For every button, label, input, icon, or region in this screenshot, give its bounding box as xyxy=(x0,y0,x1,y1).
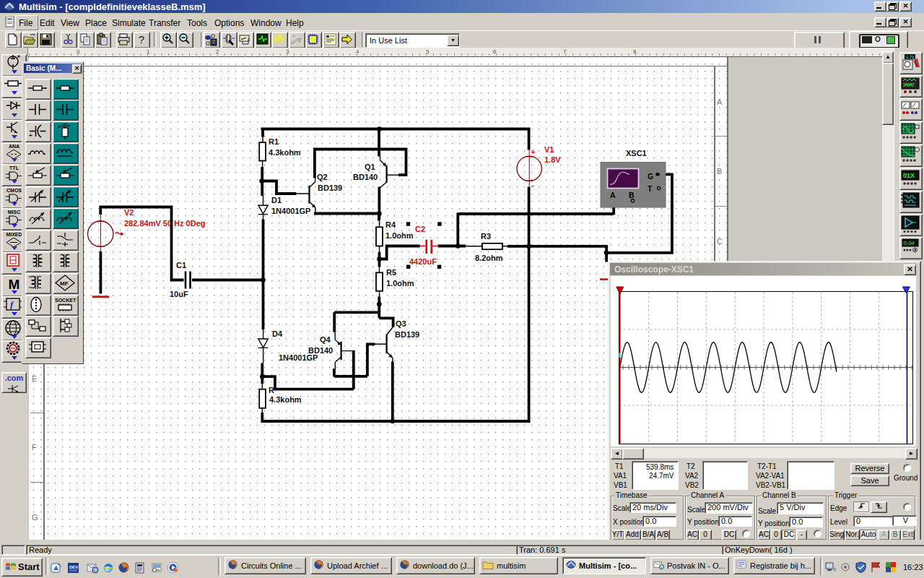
svg-text:1.71: 1.71 xyxy=(906,55,915,59)
svg-text:1N4001GP: 1N4001GP xyxy=(271,207,310,215)
svg-text:Q1: Q1 xyxy=(365,163,375,171)
svg-text:Q4: Q4 xyxy=(320,335,331,344)
svg-text:B: B xyxy=(629,191,635,199)
svg-text:G: G xyxy=(648,172,653,181)
svg-text:SOCKETS: SOCKETS xyxy=(55,298,77,303)
svg-text:4420uF: 4420uF xyxy=(409,257,437,266)
svg-text:4.3kohm: 4.3kohm xyxy=(269,395,302,404)
svg-text:V1: V1 xyxy=(544,145,554,154)
svg-text:R3: R3 xyxy=(481,232,491,241)
svg-text:8.2ohm: 8.2ohm xyxy=(475,254,503,262)
svg-text:f: f xyxy=(10,299,14,310)
svg-text:R1: R1 xyxy=(269,137,279,146)
svg-text:1.8V: 1.8V xyxy=(544,155,561,164)
svg-text:Q2: Q2 xyxy=(317,173,328,181)
svg-text:R: R xyxy=(269,386,274,394)
svg-text:D1: D1 xyxy=(271,196,282,204)
svg-text:DEV: DEV xyxy=(69,565,78,569)
svg-text:BD139: BD139 xyxy=(395,330,419,339)
svg-text:BD139: BD139 xyxy=(318,184,342,192)
svg-text:4.3kohm: 4.3kohm xyxy=(269,148,301,157)
svg-text:1.0ohm: 1.0ohm xyxy=(386,279,414,288)
svg-text:+: + xyxy=(29,132,32,139)
svg-text:R5: R5 xyxy=(386,268,396,277)
svg-text:BD140: BD140 xyxy=(308,346,333,355)
svg-text:A: A xyxy=(610,191,616,199)
svg-text:V2: V2 xyxy=(124,208,134,217)
svg-text:D4: D4 xyxy=(272,329,283,338)
svg-text:BD140: BD140 xyxy=(353,173,378,181)
svg-text:C2: C2 xyxy=(415,225,425,233)
svg-text:C1: C1 xyxy=(176,261,186,269)
svg-text:MF: MF xyxy=(60,280,69,287)
svg-text:282.84mV 50 Hz 0Deg: 282.84mV 50 Hz 0Deg xyxy=(124,219,206,228)
svg-text:R4: R4 xyxy=(385,220,396,229)
svg-text:01X: 01X xyxy=(903,172,915,179)
svg-text:+: + xyxy=(58,124,61,129)
svg-text:+: + xyxy=(531,148,536,156)
svg-text:1.0ohm: 1.0ohm xyxy=(385,231,414,240)
svg-text:Q3: Q3 xyxy=(396,319,406,328)
svg-text:10uF: 10uF xyxy=(170,290,188,298)
svg-text:T: T xyxy=(648,184,653,193)
svg-text:-: - xyxy=(532,181,534,189)
svg-text:0.04: 0.04 xyxy=(904,240,915,246)
svg-text:XSC1: XSC1 xyxy=(626,149,647,158)
